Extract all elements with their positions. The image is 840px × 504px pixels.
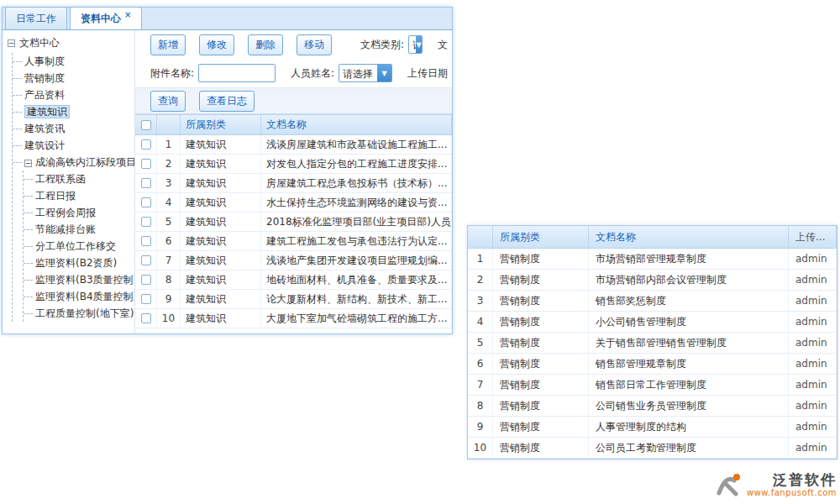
table-row[interactable]: 9 营销制度 人事管理制度的结构 admin	[468, 417, 837, 438]
table-row[interactable]: 1 建筑知识 浅谈房屋建筑和市政基础设施工程施工...	[135, 135, 452, 155]
tree-item[interactable]: 节能减排台账	[24, 221, 134, 238]
close-icon[interactable]: ×	[124, 10, 131, 19]
row-index: 3	[468, 291, 493, 311]
row-checkbox[interactable]	[141, 275, 151, 285]
row-category: 建筑知识	[181, 213, 261, 231]
document-table-body: 1 建筑知识 浅谈房屋建筑和市政基础设施工程施工... 2 建筑知识 对发包人指…	[135, 135, 452, 328]
row-category: 营销制度	[493, 354, 589, 374]
row-category: 营销制度	[493, 291, 589, 311]
chevron-down-icon: ▼	[416, 36, 422, 53]
row-category: 建筑知识	[181, 155, 261, 173]
row-index: 7	[468, 375, 493, 395]
tree-item[interactable]: 监理资料(B4质量控制)	[24, 288, 134, 305]
row-checkbox[interactable]	[141, 159, 151, 169]
table-row[interactable]: 7 建筑知识 浅谈地产集团开发建设项目监理规划编...	[135, 251, 452, 270]
tree-item[interactable]: 工程日报	[24, 187, 134, 204]
chevron-down-icon: ▼	[377, 65, 391, 81]
column-header-category: 所属别类	[181, 115, 261, 134]
tree-item[interactable]: 工程质量控制(地下室)	[24, 305, 134, 322]
tree-node-root[interactable]: − 文档中心	[8, 34, 134, 53]
marketing-table-header: 所属别类 文档名称 上传...	[468, 226, 837, 249]
row-index: 9	[157, 290, 181, 308]
tree-item[interactable]: 监理资料(B2资质)	[24, 255, 134, 271]
row-category: 建筑知识	[181, 270, 261, 289]
row-index: 9	[468, 417, 493, 437]
tree-node-project[interactable]: −成渝高铁内江标段项目	[13, 154, 134, 171]
select-all-checkbox[interactable]	[141, 120, 151, 130]
row-doc-name: 对发包人指定分包的工程施工进度安排...	[261, 155, 452, 173]
fanpu-logo-icon	[716, 471, 743, 499]
table-row[interactable]: 2 建筑知识 对发包人指定分包的工程施工进度安排...	[135, 155, 452, 174]
move-button[interactable]: 移动	[297, 34, 332, 55]
table-row[interactable]: 8 营销制度 公司销售业务员管理制度 admin	[468, 396, 837, 417]
table-row[interactable]: 1 营销制度 市场营销部管理规章制度 admin	[468, 249, 837, 270]
row-checkbox[interactable]	[141, 197, 151, 207]
collapse-icon[interactable]: −	[8, 39, 15, 47]
tree-item-building-knowledge[interactable]: 建筑知识	[13, 103, 134, 120]
row-index: 5	[157, 213, 181, 231]
row-checkbox[interactable]	[141, 139, 151, 150]
row-doc-name: 销售部管理规章制度	[589, 354, 789, 374]
table-row[interactable]: 5 建筑知识 2018标准化监理项目部(业主项目部)人员...	[135, 213, 452, 232]
tree-item[interactable]: 工程例会周报	[24, 204, 134, 221]
tree-item-marketing-policy[interactable]: 营销制度	[13, 70, 134, 87]
row-doc-name: 市场营销部管理规章制度	[589, 249, 789, 269]
query-button[interactable]: 查询	[150, 91, 186, 112]
row-index: 4	[157, 193, 181, 212]
data-center-window: 日常工作 资料中心× − 文档中心 人事制度 营销制度 产品资料 建筑知识 建筑…	[2, 7, 453, 334]
table-row[interactable]: 3 营销制度 销售部奖惩制度 admin	[468, 291, 837, 312]
table-row[interactable]: 3 建筑知识 房屋建筑工程总承包投标书（技术标）...	[135, 174, 452, 193]
row-checkbox[interactable]	[141, 313, 151, 323]
table-row[interactable]: 5 营销制度 关于销售部管理销售管理制度 admin	[468, 333, 837, 354]
tree-item-product-data[interactable]: 产品资料	[13, 87, 134, 103]
table-row[interactable]: 4 营销制度 小公司销售管理制度 admin	[468, 312, 837, 333]
tab-data-center[interactable]: 资料中心×	[70, 7, 142, 29]
row-checkbox[interactable]	[141, 255, 151, 265]
table-row[interactable]: 10 建筑知识 大厦地下室加气砼墙砌筑工程的施工方...	[135, 309, 452, 328]
add-button[interactable]: 新增	[150, 34, 186, 55]
row-checkbox[interactable]	[141, 294, 151, 304]
row-category: 营销制度	[493, 375, 589, 395]
tree-item-building-news[interactable]: 建筑资讯	[13, 120, 134, 137]
table-row[interactable]: 6 营销制度 销售部管理规章制度 admin	[468, 354, 837, 375]
marketing-doc-table: 所属别类 文档名称 上传... 1 营销制度 市场营销部管理规章制度 admin…	[467, 225, 837, 459]
tree-item-hr-policy[interactable]: 人事制度	[13, 53, 134, 70]
table-row[interactable]: 4 建筑知识 水土保持生态环境监测网络的建设与资...	[135, 193, 452, 213]
document-table-header: 所属别类 文档名称	[135, 115, 452, 135]
row-doc-name: 小公司销售管理制度	[589, 312, 789, 332]
tree-item-building-design[interactable]: 建筑设计	[13, 137, 134, 154]
person-name-label: 人员姓名:	[291, 66, 334, 81]
tree-item[interactable]: 分工单位工作移交	[24, 238, 134, 255]
fanpu-logo-text: 泛普软件 www.fanpusoft.com	[747, 472, 837, 498]
delete-button[interactable]: 删除	[248, 34, 283, 55]
row-doc-name: 房屋建筑工程总承包投标书（技术标）...	[261, 174, 452, 192]
table-row[interactable]: 8 建筑知识 地砖地面材料、机具准备、质量要求及...	[135, 270, 452, 290]
tree-item[interactable]: 监理资料(B3质量控制)	[24, 271, 134, 288]
row-checkbox[interactable]	[141, 178, 151, 188]
edit-button[interactable]: 修改	[199, 34, 234, 55]
doc-category-label: 文档类别:	[360, 38, 404, 52]
row-uploader: admin	[789, 249, 837, 269]
collapse-icon[interactable]: −	[24, 160, 32, 167]
row-index: 5	[468, 333, 493, 353]
person-name-select[interactable]: 请选择 ▼	[339, 64, 392, 82]
row-checkbox[interactable]	[141, 236, 151, 246]
attachment-name-input[interactable]	[198, 64, 276, 82]
table-row[interactable]: 10 营销制度 公司员工考勤管理制度 admin	[468, 438, 837, 459]
doc-category-select[interactable]: 请选择 ▼	[408, 35, 423, 54]
view-log-button[interactable]: 查看日志	[199, 91, 255, 112]
row-category: 建筑知识	[181, 135, 261, 154]
table-row[interactable]: 7 营销制度 销售部日常工作管理制度 admin	[468, 375, 837, 396]
tab-daily-work[interactable]: 日常工作	[5, 7, 67, 29]
table-row[interactable]: 6 建筑知识 建筑工程施工发包与承包违法行为认定...	[135, 232, 452, 251]
table-row[interactable]: 9 建筑知识 论大厦新材料、新结构、新技术、新工...	[135, 290, 452, 309]
row-doc-name: 公司员工考勤管理制度	[589, 438, 789, 458]
row-doc-name: 人事管理制度的结构	[589, 417, 789, 437]
tree-item[interactable]: 工程联系函	[24, 171, 134, 187]
table-row[interactable]: 2 营销制度 市场营销部内部会议管理制度 admin	[468, 270, 837, 291]
row-index: 3	[157, 174, 181, 192]
toolbar-filters: 附件名称: 人员姓名: 请选择 ▼ 上传日期	[135, 59, 452, 87]
row-uploader: admin	[789, 417, 837, 437]
row-checkbox[interactable]	[141, 217, 151, 227]
row-category: 营销制度	[493, 417, 589, 437]
